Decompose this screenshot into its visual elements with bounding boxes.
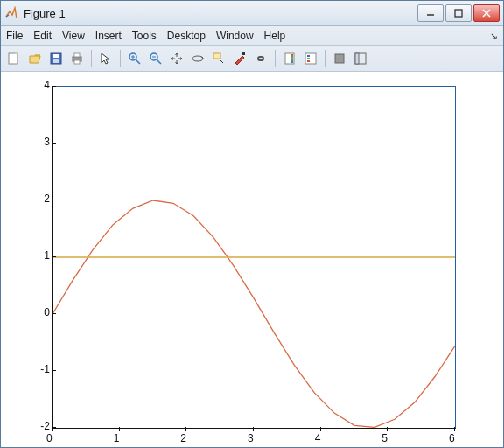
- menu-help[interactable]: Help: [264, 30, 286, 42]
- xtick-label: 2: [180, 432, 186, 444]
- plot-canvas: [52, 87, 455, 428]
- xtick-label: 0: [46, 432, 52, 444]
- legend-icon[interactable]: [301, 49, 320, 68]
- menu-file[interactable]: File: [6, 30, 23, 42]
- xtick-mark: [320, 427, 321, 431]
- window-buttons: [417, 4, 500, 22]
- ytick-label: -1: [38, 363, 50, 375]
- ytick-label: 4: [38, 79, 50, 91]
- ytick-label: 0: [38, 306, 50, 318]
- toolbar-separator: [325, 50, 326, 67]
- menu-insert[interactable]: Insert: [95, 30, 122, 42]
- data-cursor-icon[interactable]: [209, 49, 228, 68]
- show-plot-tools-icon[interactable]: [351, 49, 370, 68]
- brush-icon[interactable]: [230, 49, 249, 68]
- series-line: [52, 200, 455, 427]
- svg-rect-20: [214, 53, 220, 59]
- figure-window: Figure 1 File Edit View Insert Tools Des…: [0, 0, 504, 448]
- ytick-mark: [52, 313, 56, 314]
- menu-view[interactable]: View: [62, 30, 85, 42]
- pointer-icon[interactable]: [96, 49, 116, 68]
- xtick-mark: [52, 427, 52, 431]
- svg-line-17: [157, 60, 161, 64]
- svg-rect-10: [74, 53, 80, 57]
- xtick-mark: [387, 427, 388, 431]
- svg-rect-29: [335, 54, 344, 63]
- open-icon[interactable]: [25, 49, 45, 68]
- svg-line-13: [136, 60, 140, 64]
- toolbar-separator: [275, 50, 276, 67]
- svg-rect-1: [455, 10, 462, 17]
- ytick-label: 2: [38, 192, 50, 205]
- link-icon[interactable]: [251, 49, 270, 68]
- ytick-mark: [52, 200, 56, 200]
- save-icon[interactable]: [46, 49, 66, 68]
- toolbar: [1, 46, 503, 72]
- svg-rect-22: [242, 52, 245, 55]
- menu-desktop[interactable]: Desktop: [167, 30, 206, 42]
- xtick-label: 1: [114, 432, 120, 444]
- ytick-mark: [52, 86, 56, 87]
- dock-icon[interactable]: ↘: [490, 31, 498, 42]
- ytick-mark: [52, 256, 56, 257]
- xtick-mark: [454, 427, 455, 431]
- xtick-label: 5: [382, 432, 388, 444]
- svg-rect-8: [53, 60, 59, 63]
- ytick-mark: [52, 370, 56, 371]
- matlab-icon: [4, 6, 18, 20]
- plot-area[interactable]: -2-1012340123456: [1, 72, 503, 447]
- xtick-label: 6: [449, 432, 455, 444]
- svg-rect-24: [291, 54, 293, 63]
- toolbar-separator: [91, 50, 92, 67]
- menu-edit[interactable]: Edit: [33, 30, 52, 42]
- colorbar-icon[interactable]: [280, 49, 299, 68]
- xtick-mark: [253, 427, 254, 431]
- zoom-in-icon[interactable]: [125, 49, 144, 68]
- minimize-button[interactable]: [417, 4, 444, 22]
- menu-window[interactable]: Window: [216, 30, 254, 42]
- ytick-mark: [52, 143, 56, 144]
- xtick-label: 4: [315, 432, 321, 444]
- window-title: Figure 1: [24, 7, 417, 20]
- xtick-label: 3: [248, 432, 254, 444]
- axes[interactable]: [52, 86, 456, 429]
- svg-rect-4: [9, 53, 18, 64]
- xtick-mark: [119, 427, 120, 431]
- titlebar[interactable]: Figure 1: [1, 1, 503, 26]
- print-icon[interactable]: [67, 49, 87, 68]
- zoom-out-icon[interactable]: [146, 49, 165, 68]
- pan-icon[interactable]: [167, 49, 186, 68]
- menubar: File Edit View Insert Tools Desktop Wind…: [1, 26, 503, 46]
- xtick-mark: [186, 427, 186, 431]
- svg-rect-7: [52, 54, 60, 58]
- hide-plot-tools-icon[interactable]: [330, 49, 349, 68]
- ytick-label: 1: [38, 249, 50, 262]
- rotate3d-icon[interactable]: [188, 49, 207, 68]
- svg-rect-11: [74, 60, 80, 64]
- ytick-label: 3: [38, 136, 50, 148]
- svg-rect-31: [355, 53, 359, 64]
- svg-line-21: [219, 59, 223, 63]
- close-button[interactable]: [473, 4, 500, 22]
- ytick-label: -2: [38, 420, 50, 432]
- toolbar-separator: [120, 50, 121, 67]
- new-figure-icon[interactable]: [4, 49, 24, 68]
- menu-tools[interactable]: Tools: [132, 30, 157, 42]
- svg-rect-25: [305, 53, 316, 64]
- maximize-button[interactable]: [445, 4, 472, 22]
